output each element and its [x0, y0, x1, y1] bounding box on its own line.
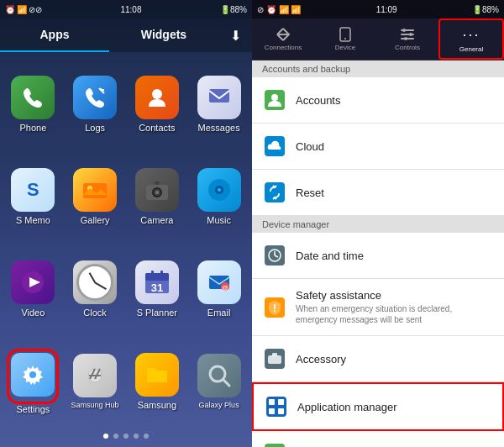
settings-item-accessory[interactable]: Accessory	[252, 336, 504, 382]
svg-point-36	[404, 37, 407, 40]
status-right-left-icons: ⊘ ⏰ 📶 📶	[257, 5, 301, 14]
battery-icon: 🔋88%	[220, 5, 247, 14]
settings-item-datetime[interactable]: Date and time	[252, 233, 504, 279]
app-label-logs: Logs	[85, 123, 105, 133]
battery-svg-icon	[265, 444, 285, 447]
general-dots-icon: ···	[462, 26, 480, 44]
app-contacts[interactable]: Contacts	[129, 60, 186, 149]
settings-item-app-manager[interactable]: Application manager	[252, 382, 504, 431]
datetime-clock-icon	[265, 245, 285, 266]
app-galaxyplus[interactable]: Galaxy Plus	[190, 337, 248, 425]
app-email[interactable]: @ Email	[190, 245, 248, 334]
status-battery-right: 🔋88%	[472, 5, 499, 14]
svg-rect-48	[268, 355, 281, 364]
app-settings[interactable]: Settings	[4, 337, 62, 425]
app-logs[interactable]: Logs	[66, 60, 124, 149]
app-grid: Phone Logs Contacts	[0, 52, 252, 434]
datetime-text: Date and time	[296, 250, 494, 262]
status-time-left: 11:08	[120, 5, 141, 14]
app-icon-smemo: S	[11, 168, 55, 212]
safety-title: Safety assistance	[296, 289, 494, 302]
nav-general[interactable]: ··· General	[438, 18, 504, 60]
nav-connections[interactable]: Connections	[252, 18, 314, 60]
app-gallery[interactable]: Gallery	[66, 153, 124, 241]
app-label-contacts: Contacts	[139, 123, 175, 133]
controls-icon	[400, 27, 415, 42]
reset-title: Reset	[296, 187, 494, 199]
app-label-phone: Phone	[19, 123, 46, 133]
accessory-dock-icon	[265, 349, 285, 369]
settings-content: Accounts and backup Accounts	[252, 60, 504, 447]
settings-item-cloud[interactable]: Cloud	[252, 124, 504, 170]
svg-point-30	[344, 38, 346, 39]
app-smemo[interactable]: S S Memo	[4, 153, 62, 241]
svg-rect-51	[269, 399, 275, 405]
app-label-camera: Camera	[140, 215, 173, 225]
phone-icon	[20, 85, 45, 110]
logs-icon	[82, 85, 108, 110]
svg-text:!: !	[273, 302, 276, 314]
page-dots	[0, 434, 252, 447]
dot-5	[144, 434, 149, 439]
app-icon-clock	[73, 260, 117, 304]
no-sim-icon: ⊘	[257, 5, 264, 14]
splanner-icon: 31	[143, 268, 171, 297]
signal-icon-right: 📶	[291, 5, 301, 14]
contacts-icon	[144, 85, 170, 110]
tab-apps[interactable]: Apps	[0, 18, 109, 52]
device-icon	[339, 27, 351, 42]
app-icon-samsung	[135, 353, 179, 397]
app-label-music: Music	[207, 215, 231, 225]
cloud-text: Cloud	[296, 140, 494, 153]
app-icon-settings	[11, 353, 55, 397]
accounts-text: Accounts	[296, 94, 494, 107]
accounts-icon	[262, 87, 287, 113]
safety-icon: !	[262, 295, 287, 320]
settings-item-reset[interactable]: Reset	[252, 170, 504, 216]
section-device-manager: Device manager	[252, 216, 504, 233]
tab-widgets[interactable]: Widgets	[109, 18, 218, 52]
download-tab[interactable]: ⬇	[218, 18, 252, 52]
svg-rect-55	[265, 444, 285, 447]
status-bar-right: ⊘ ⏰ 📶 📶 11:09 🔋88%	[252, 0, 504, 18]
download-icon: ⬇	[230, 28, 241, 44]
safety-subtitle: When an emergency situation is declared,…	[296, 303, 494, 325]
app-video[interactable]: Video	[4, 245, 62, 334]
svg-point-7	[155, 191, 159, 194]
settings-item-safety[interactable]: ! Safety assistance When an emergency si…	[252, 279, 504, 336]
camera-icon	[144, 177, 170, 202]
reset-icon	[262, 180, 287, 205]
status-bar-left: ⏰ 📶 ⊘⊘ 11:08 🔋88%	[0, 0, 252, 18]
app-music[interactable]: Music	[190, 153, 248, 241]
app-icon-email: @	[197, 260, 241, 304]
app-clock[interactable]: Clock	[66, 245, 124, 334]
app-splanner[interactable]: 31 S Planner	[129, 245, 186, 334]
signal-icons: ⊘⊘	[29, 5, 42, 14]
app-label-email: Email	[207, 308, 231, 318]
smemo-letter: S	[27, 179, 39, 201]
messages-icon	[207, 85, 232, 110]
status-right-icons: 🔋88%	[220, 5, 247, 14]
svg-text:@: @	[222, 284, 228, 292]
section-accounts-backup: Accounts and backup	[252, 60, 504, 77]
settings-item-battery[interactable]: Battery	[252, 431, 504, 447]
dot-3	[123, 434, 129, 439]
settings-item-accounts[interactable]: Accounts	[252, 77, 504, 124]
app-samsung[interactable]: Samsung	[129, 337, 186, 425]
app-label-messages: Messages	[198, 123, 240, 133]
app-samsunghub[interactable]: Samsung Hub	[66, 337, 124, 425]
app-icon-samsunghub	[73, 354, 117, 397]
nav-controls[interactable]: Controls	[376, 18, 438, 60]
app-phone[interactable]: Phone	[4, 60, 62, 149]
app-camera[interactable]: Camera	[129, 153, 186, 241]
svg-rect-40	[265, 182, 285, 202]
app-messages[interactable]: Messages	[190, 60, 248, 149]
svg-point-34	[402, 29, 406, 32]
wifi-icon-right: 📶	[279, 5, 289, 14]
nav-device[interactable]: Device	[314, 18, 376, 60]
app-icon-messages	[197, 76, 241, 119]
app-manager-apps-icon	[266, 397, 286, 417]
samsung-folder-icon	[144, 362, 170, 387]
app-manager-title: Application manager	[297, 401, 492, 413]
app-label-samsung: Samsung	[138, 400, 176, 410]
